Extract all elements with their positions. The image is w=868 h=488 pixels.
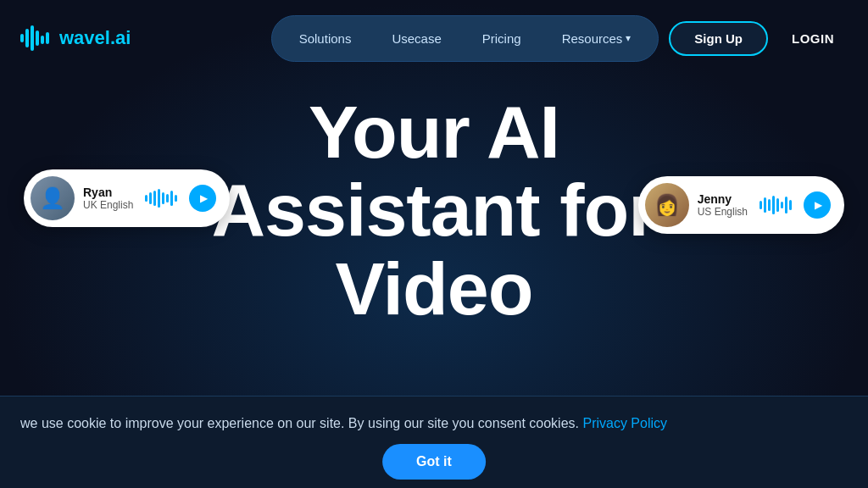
ryan-waveform: [145, 189, 177, 208]
nav-links-container: Solutions Usecase Pricing Resources: [271, 15, 659, 62]
ryan-play-button[interactable]: [189, 185, 216, 212]
hero-title-line3: Video: [335, 247, 532, 330]
logo-name: wavel: [59, 27, 110, 48]
cookie-message: we use cookie to improve your experience…: [20, 416, 579, 430]
svg-rect-1: [25, 29, 29, 47]
jenny-avatar: 👩: [645, 183, 689, 227]
logo-svg: [17, 20, 53, 56]
wave-bar: [158, 189, 160, 208]
wave-bar: [789, 200, 792, 210]
jenny-language: US English: [698, 206, 748, 218]
hero-title-line1: Your AI: [309, 90, 559, 174]
navbar: wavel.ai Solutions Usecase Pricing Resou…: [0, 0, 868, 76]
cookie-banner: we use cookie to improve your experience…: [0, 396, 868, 488]
svg-rect-3: [36, 30, 39, 46]
wave-bar: [153, 191, 156, 206]
signup-button[interactable]: Sign Up: [669, 21, 768, 56]
ryan-info: Ryan UK English: [83, 186, 133, 211]
wave-bar: [776, 198, 779, 212]
privacy-policy-link[interactable]: Privacy Policy: [582, 416, 667, 430]
logo-text: wavel.ai: [59, 27, 131, 49]
wave-bar: [772, 196, 775, 214]
nav-resources[interactable]: Resources: [543, 25, 650, 53]
got-it-button[interactable]: Got it: [382, 444, 486, 480]
voice-card-jenny: 👩 Jenny US English: [638, 176, 844, 234]
nav-pricing[interactable]: Pricing: [464, 25, 540, 53]
svg-rect-2: [31, 25, 34, 51]
wave-bar: [768, 199, 771, 211]
wave-bar: [162, 192, 164, 204]
cookie-text: we use cookie to improve your experience…: [20, 413, 848, 434]
wave-bar: [175, 195, 177, 202]
wave-bar: [170, 191, 173, 206]
svg-rect-4: [41, 36, 44, 44]
hero-title-line2: Assistant for: [212, 168, 657, 252]
voice-card-ryan: 👤 Ryan UK English: [24, 169, 230, 227]
logo-domain: .ai: [110, 27, 131, 48]
jenny-info: Jenny US English: [698, 192, 748, 218]
hero-title: Your AI Assistant for Video: [212, 93, 657, 328]
jenny-play-button[interactable]: [804, 191, 831, 219]
ryan-name: Ryan: [83, 186, 133, 199]
wave-bar: [785, 197, 787, 214]
wave-bar: [149, 192, 152, 204]
logo[interactable]: wavel.ai: [17, 20, 131, 56]
wave-bar: [760, 201, 762, 209]
logo-icon: [17, 20, 53, 56]
login-button[interactable]: LOGIN: [775, 23, 851, 54]
jenny-name: Jenny: [698, 192, 748, 206]
wave-bar: [145, 195, 147, 202]
ryan-avatar: 👤: [31, 176, 75, 220]
nav-solutions[interactable]: Solutions: [281, 25, 370, 53]
svg-rect-0: [20, 34, 24, 42]
svg-rect-5: [46, 32, 49, 44]
nav-usecase[interactable]: Usecase: [373, 25, 459, 53]
wave-bar: [781, 202, 783, 208]
jenny-waveform: [760, 196, 792, 214]
wave-bar: [764, 197, 766, 213]
ryan-language: UK English: [83, 199, 133, 211]
wave-bar: [166, 194, 169, 202]
